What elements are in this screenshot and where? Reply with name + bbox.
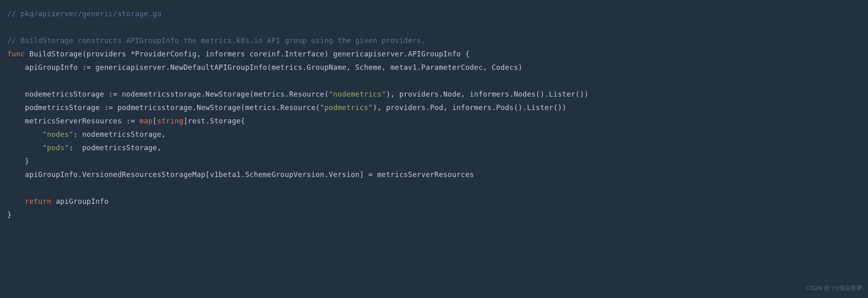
return-val: apiGroupInfo xyxy=(51,197,108,205)
watermark: CSDN @ \つ指尖逐夢 xyxy=(806,281,862,295)
bracket-open: [ xyxy=(153,117,157,125)
line-resources-a: metricsServerResources := xyxy=(7,117,139,125)
line-nodestorage-b: ), providers.Node, informers.Nodes().Lis… xyxy=(386,90,588,98)
line-nodes-b: : nodemetricsStorage, xyxy=(74,130,166,138)
type-string: string xyxy=(157,117,183,125)
line-versioned: apiGroupInfo.VersionedResourcesStorageMa… xyxy=(7,171,474,179)
line-resources-c: ]rest.Storage{ xyxy=(183,117,245,125)
str-nodes: "nodes" xyxy=(43,130,74,138)
code-block: // pkg/apiserver/generic/storage.go // B… xyxy=(7,7,868,222)
line-podstorage-b: ), providers.Pod, informers.Pods().Liste… xyxy=(373,104,566,112)
func-sig: (providers *ProviderConfig, informers co… xyxy=(82,50,470,58)
str-nodemetrics: "nodemetrics" xyxy=(329,90,386,98)
keyword-map: map xyxy=(139,117,153,125)
str-pods: "pods" xyxy=(43,144,69,152)
line-pods-b: : podmetricsStorage, xyxy=(69,144,162,152)
line-nodestorage-a: nodemetricsStorage := nodemetricsstorage… xyxy=(7,90,329,98)
close-brace: } xyxy=(7,211,12,219)
keyword-return: return xyxy=(25,197,51,205)
indent-nodes xyxy=(7,130,43,138)
comment-doc: // BuildStorage constructs APIGroupInfo … xyxy=(7,37,425,45)
indent-pods xyxy=(7,144,43,152)
line-podstorage-a: podmetricsStorage := podmetricsstorage.N… xyxy=(7,104,320,112)
keyword-func: func xyxy=(7,50,25,58)
str-podmetrics: "podmetrics" xyxy=(320,104,373,112)
func-name: BuildStorage xyxy=(29,50,82,58)
line-apigroupinfo: apiGroupInfo := genericapiserver.NewDefa… xyxy=(7,63,523,71)
line-close-map: } xyxy=(7,157,29,165)
comment-file: // pkg/apiserver/generic/storage.go xyxy=(7,10,161,18)
